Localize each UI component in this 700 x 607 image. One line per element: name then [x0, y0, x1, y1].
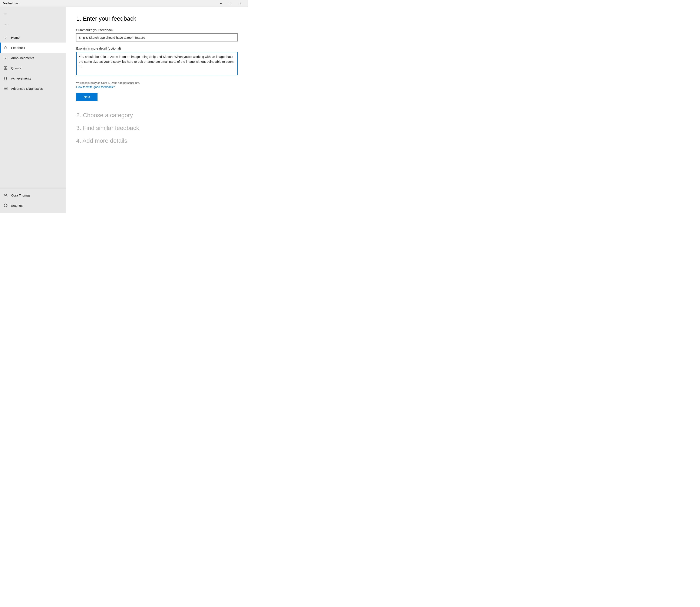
home-icon: ⌂ — [3, 35, 8, 40]
svg-rect-4 — [4, 68, 5, 69]
next-button[interactable]: Next — [76, 93, 98, 101]
user-avatar-icon — [3, 193, 8, 197]
sidebar-item-user[interactable]: Cora Thomas — [0, 190, 66, 200]
step1-title: 1. Enter your feedback — [76, 15, 238, 22]
settings-label: Settings — [11, 204, 23, 207]
privacy-link[interactable]: How to write good feedback? — [76, 85, 238, 89]
svg-rect-5 — [6, 68, 7, 69]
title-bar: Feedback Hub ─ □ ✕ — [0, 0, 248, 7]
step4-container: 4. Add more details — [76, 138, 238, 144]
sidebar-item-settings[interactable]: Settings — [0, 200, 66, 211]
step3-title: 3. Find similar feedback — [76, 125, 238, 131]
sidebar-nav: ⌂ Home Feedback — [0, 30, 66, 188]
svg-rect-2 — [4, 67, 5, 68]
quests-icon — [3, 66, 8, 70]
svg-rect-3 — [6, 67, 7, 68]
close-button[interactable]: ✕ — [236, 0, 245, 7]
main-content: 1. Enter your feedback Summarize your fe… — [66, 7, 248, 213]
svg-point-9 — [5, 205, 6, 206]
summarize-input[interactable] — [76, 34, 238, 41]
app-body: ≡ ← ⌂ Home Feed — [0, 7, 248, 213]
back-button[interactable]: ← — [2, 20, 10, 29]
detail-textarea[interactable]: You should be able to zoom in on an imag… — [76, 52, 238, 75]
sidebar-item-announcements[interactable]: Announcements — [0, 53, 66, 63]
detail-label: Explain in more detail (optional) — [76, 47, 238, 50]
announcements-icon — [3, 56, 8, 60]
window-controls: ─ □ ✕ — [216, 0, 245, 7]
detail-section: Explain in more detail (optional) You sh… — [76, 47, 238, 76]
diagnostics-icon — [3, 86, 8, 90]
minimize-button[interactable]: ─ — [216, 0, 226, 7]
back-icon: ← — [4, 23, 8, 26]
sidebar-item-feedback[interactable]: Feedback — [0, 43, 66, 53]
sidebar-item-label-achievements: Achievements — [11, 77, 31, 80]
user-name-label: Cora Thomas — [11, 193, 31, 197]
hamburger-icon: ≡ — [4, 12, 6, 15]
app-title: Feedback Hub — [3, 2, 216, 5]
summarize-section: Summarize your feedback — [76, 28, 238, 41]
sidebar-top: ← — [0, 18, 66, 30]
sidebar-item-quests[interactable]: Quests — [0, 63, 66, 73]
feedback-icon — [3, 45, 8, 50]
step1-container: 1. Enter your feedback Summarize your fe… — [76, 15, 238, 108]
sidebar-item-label-announcements: Announcements — [11, 56, 34, 60]
hamburger-button[interactable]: ≡ — [1, 9, 9, 18]
sidebar-item-achievements[interactable]: Achievements — [0, 73, 66, 83]
step2-container: 2. Choose a category — [76, 112, 238, 119]
step4-title: 4. Add more details — [76, 138, 238, 144]
privacy-note: Will post publicly as Cora T. Don't add … — [76, 81, 238, 84]
sidebar-item-advanced-diagnostics[interactable]: Advanced Diagnostics — [0, 83, 66, 93]
sidebar-item-label-diagnostics: Advanced Diagnostics — [11, 87, 43, 90]
achievements-icon — [3, 76, 8, 80]
sidebar-item-label-feedback: Feedback — [11, 46, 25, 49]
summarize-label: Summarize your feedback — [76, 28, 238, 32]
settings-icon — [3, 203, 8, 208]
sidebar-item-label-home: Home — [11, 36, 20, 39]
step3-container: 3. Find similar feedback — [76, 125, 238, 131]
sidebar: ≡ ← ⌂ Home Feed — [0, 7, 66, 213]
svg-point-6 — [4, 77, 6, 79]
step2-title: 2. Choose a category — [76, 112, 238, 119]
sidebar-bottom: Cora Thomas Settings — [0, 188, 66, 213]
sidebar-item-label-quests: Quests — [11, 66, 21, 70]
sidebar-item-home[interactable]: ⌂ Home — [0, 32, 66, 43]
maximize-button[interactable]: □ — [226, 0, 236, 7]
